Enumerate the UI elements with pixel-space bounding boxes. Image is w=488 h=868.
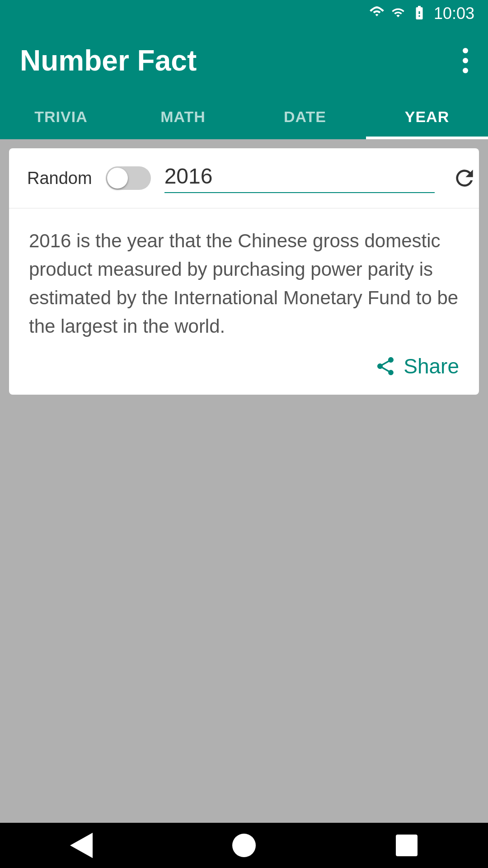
back-button[interactable] xyxy=(54,832,108,859)
tabs: TRIVIA MATH DATE YEAR xyxy=(0,94,488,139)
tab-trivia[interactable]: TRIVIA xyxy=(0,94,122,139)
signal-icon xyxy=(391,5,405,23)
nav-bar xyxy=(0,823,488,868)
random-toggle[interactable] xyxy=(106,166,151,190)
status-time: 10:03 xyxy=(434,4,474,23)
random-label: Random xyxy=(27,169,92,188)
toggle-thumb xyxy=(107,168,128,189)
refresh-button[interactable] xyxy=(448,162,481,194)
share-icon xyxy=(375,355,396,377)
toolbar: Number Fact xyxy=(0,27,488,94)
input-card: Random xyxy=(9,148,479,208)
tab-math[interactable]: MATH xyxy=(122,94,244,139)
home-button[interactable] xyxy=(217,832,271,859)
more-vert-icon[interactable] xyxy=(463,48,468,73)
back-icon xyxy=(70,833,93,858)
share-row: Share xyxy=(29,354,459,378)
status-bar: 10:03 xyxy=(0,0,488,27)
app-title: Number Fact xyxy=(20,44,197,77)
status-icons: 10:03 xyxy=(369,4,474,23)
year-input[interactable] xyxy=(164,164,435,193)
home-icon xyxy=(232,834,256,857)
content-area: Random 2016 is the year that the Chinese… xyxy=(0,139,488,823)
refresh-icon xyxy=(452,165,477,191)
battery-icon xyxy=(411,5,427,23)
wifi-icon xyxy=(369,5,385,23)
fact-card: 2016 is the year that the Chinese gross … xyxy=(9,208,479,395)
tab-date[interactable]: DATE xyxy=(244,94,366,139)
recents-icon xyxy=(396,835,418,856)
share-label: Share xyxy=(404,354,459,378)
fact-text: 2016 is the year that the Chinese gross … xyxy=(29,226,459,340)
share-button[interactable]: Share xyxy=(375,354,459,378)
tab-year[interactable]: YEAR xyxy=(366,94,488,139)
recents-button[interactable] xyxy=(380,832,434,859)
